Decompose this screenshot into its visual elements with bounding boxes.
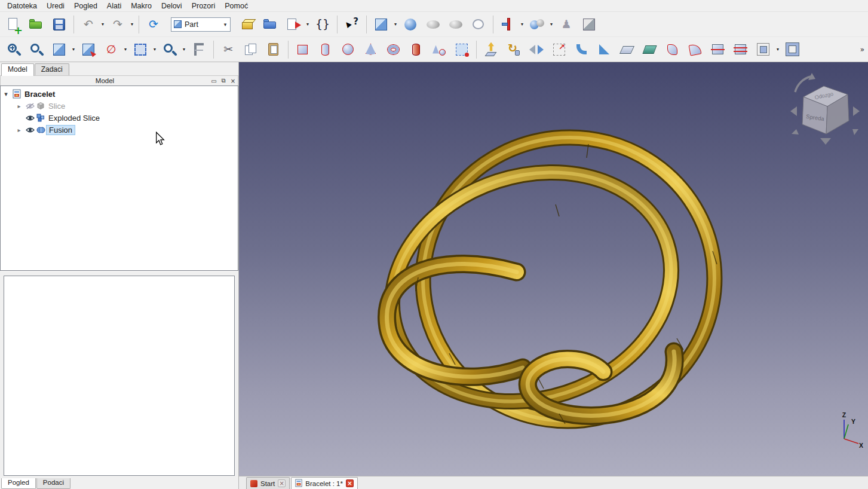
fit-selection-button[interactable] [26,39,47,60]
whats-this-button[interactable] [341,14,363,35]
navigation-cube[interactable]: Odozgo Spreda [781,67,864,151]
primitive-box-button[interactable] [292,39,314,60]
undo-button[interactable]: ↶ [78,14,99,35]
menu-delovi[interactable]: Delovi [157,1,187,11]
dock-overlay-button[interactable]: ⧉ [219,77,228,85]
boolean-union-button[interactable] [400,14,421,35]
export-button[interactable] [283,14,304,35]
tab-bracelet[interactable]: Bracelet : 1* × [291,477,358,489]
primitive-tube-button[interactable] [406,39,427,60]
dock-float-button[interactable]: ▭ [209,77,219,85]
join-features-dropdown[interactable]: ▾ [519,22,525,27]
tree-item-fusion[interactable]: ▸ Fusion [1,124,238,136]
tab-zadaci[interactable]: Zadaci [35,63,69,75]
dock-splitter[interactable] [0,271,238,276]
menu-prozori[interactable]: Prozori [187,1,220,11]
scale-button[interactable] [548,39,570,60]
make-face-icon [619,42,635,57]
zoom-tools-button[interactable] [159,39,180,60]
boolean-cut-button[interactable] [422,14,444,35]
measure-button[interactable] [188,39,210,60]
cross-sections-button[interactable] [730,39,752,60]
loft-button[interactable] [662,39,683,60]
primitives-dialog-button[interactable] [428,39,450,60]
menu-pogled[interactable]: Pogled [69,1,102,11]
shape-builder-button[interactable] [451,39,473,60]
fit-all-button[interactable] [3,39,24,60]
zoom-tools-dropdown[interactable]: ▾ [181,47,187,52]
defeaturing-icon [581,17,597,32]
copy-button[interactable] [240,39,262,60]
workbench-selector[interactable]: Part ▾ [171,17,231,32]
tab-podaci[interactable]: Podaci [36,478,70,489]
menu-datoteka[interactable]: Datoteka [2,1,42,11]
primitive-cone-button[interactable] [360,39,382,60]
redo-button[interactable]: ↷ [107,14,128,35]
sweep-button[interactable] [685,39,706,60]
fillet-button[interactable] [571,39,593,60]
extrude-button[interactable] [480,39,502,60]
chamfer-button[interactable] [594,39,615,60]
tab-model[interactable]: Model [1,63,34,76]
3d-view[interactable]: Odozgo Spreda [239,62,868,476]
compound-tools-button[interactable] [370,14,392,35]
primitive-sphere-button[interactable] [338,39,359,60]
tab-start[interactable]: Start × [246,477,290,489]
mirror-button[interactable] [526,39,547,60]
compound-tools-dropdown[interactable]: ▾ [392,22,398,27]
view-isometric-dropdown[interactable]: ▾ [70,47,76,52]
menu-makro[interactable]: Makro [126,1,157,11]
close-tab-icon[interactable]: × [346,479,354,487]
clipping-plane-button[interactable]: ∅ [100,39,122,60]
boolean-common-button[interactable] [445,14,467,35]
tree-item-bracelet[interactable]: ▾ Bracelet [1,88,238,100]
revolve-button[interactable] [503,39,525,60]
redo-dropdown[interactable]: ▾ [129,22,135,27]
caret-expanded-icon[interactable]: ▾ [1,90,11,98]
refresh-button[interactable]: ⟳ [143,14,164,35]
sync-view-button[interactable] [78,39,99,60]
caret-collapsed-icon[interactable]: ▸ [14,103,24,109]
join-features-button[interactable] [497,14,519,35]
thickness-button[interactable] [782,39,803,60]
clipping-plane-dropdown[interactable]: ▾ [122,47,128,52]
offset-dropdown[interactable]: ▾ [775,47,781,52]
new-document-button[interactable] [3,14,24,35]
dock-close-button[interactable]: × [228,77,238,85]
axonometric-dropdown[interactable]: ▾ [152,47,158,52]
save-document-button[interactable] [48,14,70,35]
section-button[interactable] [707,39,729,60]
close-tab-icon[interactable]: × [278,479,286,487]
export-dropdown[interactable]: ▾ [305,22,311,27]
paste-button[interactable] [263,39,284,60]
view-isometric-button[interactable] [48,39,70,60]
tree-item-slice[interactable]: ▸ Slice [1,100,238,112]
boolean-section-button[interactable] [468,14,489,35]
make-face-button[interactable] [617,39,638,60]
menu-uredi[interactable]: Uredi [42,1,69,11]
mannequin-button[interactable]: ♟ [556,14,577,35]
tree-item-exploded-slice[interactable]: Exploded Slice [1,112,238,124]
axis-y-label: Y [851,418,855,425]
open-document-button[interactable] [26,14,47,35]
caret-collapsed-icon[interactable]: ▸ [14,127,24,133]
menu-alati[interactable]: Alati [102,1,126,11]
cut-button[interactable]: ✂ [217,39,239,60]
axonometric-button[interactable] [130,39,151,60]
part-box-button[interactable] [237,14,259,35]
primitive-torus-button[interactable] [383,39,404,60]
primitive-cylinder-button[interactable] [315,39,336,60]
split-features-dropdown[interactable]: ▾ [548,22,554,27]
bracelet-model[interactable] [239,62,868,476]
toolbar-overflow-chevron[interactable]: » [860,45,864,54]
expression-button[interactable]: {} [312,14,333,35]
ruled-surface-button[interactable] [639,39,661,60]
split-features-button[interactable] [526,14,548,35]
defeaturing-button[interactable] [578,14,600,35]
group-folder-button[interactable] [260,14,281,35]
undo-dropdown[interactable]: ▾ [100,22,106,27]
chevron-down-icon[interactable]: ▾ [220,22,230,27]
offset-button[interactable] [753,39,774,60]
menu-pomoc[interactable]: Pomoć [220,1,253,11]
tab-pogled[interactable]: Pogled [1,478,36,489]
